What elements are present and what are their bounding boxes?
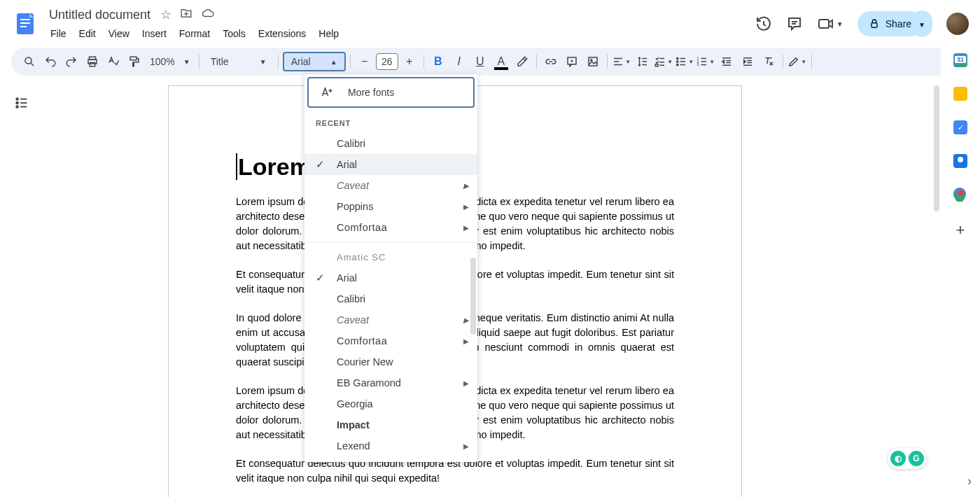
italic-button[interactable]: I (449, 52, 469, 71)
paragraph-style-select[interactable]: Title▼ (204, 56, 274, 67)
menu-format[interactable]: Format (174, 25, 216, 42)
insert-image-icon[interactable] (583, 52, 603, 71)
submenu-arrow-icon: ▶ (463, 224, 470, 232)
zoom-select[interactable]: 100%▼ (146, 56, 195, 67)
svg-point-42 (16, 102, 18, 104)
keep-app-icon[interactable] (953, 87, 967, 101)
menu-view[interactable]: View (103, 25, 135, 42)
comments-icon[interactable] (786, 15, 803, 32)
menu-file[interactable]: File (45, 25, 72, 42)
font-option[interactable]: Courier New (304, 351, 477, 372)
increase-indent-icon[interactable] (738, 52, 757, 71)
get-addons-icon[interactable]: + (956, 221, 965, 239)
font-family-select[interactable]: Arial▲ (283, 52, 346, 71)
font-option[interactable]: EB Garamond▶ (304, 372, 477, 393)
user-avatar[interactable] (946, 13, 969, 35)
font-option[interactable]: ✓Arial (304, 154, 477, 175)
font-option-label: Arial (337, 159, 357, 170)
dropdown-separator (304, 242, 477, 243)
font-option-label: Impact (337, 419, 370, 430)
font-dropdown: More fonts RECENT Calibri✓ArialCaveat▶Po… (304, 74, 477, 462)
dropdown-scrollbar[interactable] (470, 258, 476, 335)
font-option[interactable]: Caveat▶ (304, 175, 477, 196)
svg-point-8 (25, 57, 31, 64)
document-title[interactable]: Untitled document (45, 6, 155, 24)
font-option-label: Courier New (337, 356, 393, 368)
font-option[interactable]: Lexend▶ (304, 435, 477, 456)
redo-icon[interactable] (62, 52, 81, 71)
clear-formatting-icon[interactable] (759, 52, 778, 71)
editing-mode-icon[interactable]: ▼ (788, 52, 807, 71)
star-icon[interactable]: ☆ (160, 7, 172, 22)
check-icon: ✓ (316, 158, 325, 171)
decrease-font-size[interactable]: − (355, 52, 374, 71)
font-option-label: Calibri (337, 293, 365, 304)
svg-point-41 (16, 98, 18, 100)
move-icon[interactable] (180, 7, 192, 22)
grammarly-badge-icon[interactable]: G (909, 451, 924, 466)
font-option[interactable]: Comfortaa▶ (304, 330, 477, 351)
decrease-indent-icon[interactable] (717, 52, 736, 71)
align-button[interactable]: ▼ (612, 52, 631, 71)
font-option-label: Poppins (337, 201, 373, 212)
insert-link-icon[interactable] (541, 52, 561, 71)
font-option-label: Arial (337, 272, 357, 284)
side-panel-collapse-icon[interactable]: › (967, 474, 972, 489)
search-menus-icon[interactable] (20, 52, 39, 71)
paint-format-icon[interactable] (125, 52, 144, 71)
toolbar: 100%▼ Title▼ Arial▲ − + B I U A ▼ ▼ ▼ 12… (11, 48, 969, 76)
history-icon[interactable] (755, 15, 772, 32)
check-icon: ✓ (316, 272, 325, 284)
font-option[interactable]: Comfortaa▶ (304, 217, 477, 238)
font-option[interactable]: Calibri (304, 288, 477, 309)
text-color-button[interactable]: A (491, 52, 511, 71)
maps-app-icon[interactable] (953, 188, 967, 202)
menu-tools[interactable]: Tools (217, 25, 251, 42)
font-option[interactable]: Calibri (304, 133, 477, 154)
font-size-input[interactable] (376, 53, 398, 70)
font-option[interactable]: Poppins▶ (304, 196, 477, 217)
more-fonts-button[interactable]: More fonts (307, 77, 475, 108)
menu-edit[interactable]: Edit (74, 25, 102, 42)
calendar-app-icon[interactable] (953, 53, 967, 67)
share-dropdown[interactable]: ▼ (911, 10, 932, 37)
font-option-label: Comfortaa (337, 222, 387, 233)
font-option-label: Caveat (337, 314, 369, 326)
menu-insert[interactable]: Insert (136, 25, 172, 42)
contacts-app-icon[interactable] (953, 154, 967, 168)
submenu-arrow-icon: ▶ (463, 379, 469, 387)
line-spacing-icon[interactable] (633, 52, 652, 71)
menu-extensions[interactable]: Extensions (253, 25, 312, 42)
bulleted-list-icon[interactable]: ▼ (675, 52, 694, 71)
undo-icon[interactable] (41, 52, 60, 71)
spellcheck-icon[interactable] (104, 52, 123, 71)
numbered-list-icon[interactable]: 123▼ (696, 52, 715, 71)
font-option[interactable]: Amatic SC (304, 247, 477, 267)
font-option[interactable]: ✓Arial (304, 267, 477, 288)
grammarly-badges[interactable]: ◐ G (888, 448, 927, 469)
share-label: Share (886, 18, 911, 29)
meet-icon[interactable]: ▼ (817, 15, 844, 32)
cloud-status-icon[interactable] (201, 7, 215, 22)
increase-font-size[interactable]: + (400, 52, 419, 71)
underline-button[interactable]: U (470, 52, 490, 71)
font-option[interactable]: Caveat▶ (304, 309, 477, 330)
outline-toggle-icon[interactable] (14, 95, 29, 111)
font-option[interactable]: Georgia (304, 393, 477, 414)
scrollbar[interactable] (934, 85, 939, 211)
bold-button[interactable]: B (428, 52, 448, 71)
print-icon[interactable] (83, 52, 102, 71)
highlight-button[interactable] (512, 52, 532, 71)
insert-comment-icon[interactable] (562, 52, 582, 71)
checklist-icon[interactable]: ▼ (654, 52, 673, 71)
tasks-app-icon[interactable] (953, 120, 967, 134)
docs-logo[interactable] (11, 10, 39, 38)
submenu-arrow-icon: ▶ (463, 203, 469, 211)
side-panel: + (941, 42, 980, 497)
svg-rect-3 (20, 26, 27, 27)
svg-point-23 (677, 64, 678, 65)
font-option[interactable]: Impact (304, 414, 477, 435)
svg-rect-15 (589, 57, 597, 66)
menu-help[interactable]: Help (313, 25, 344, 42)
grammarly-badge-icon[interactable]: ◐ (890, 451, 906, 466)
